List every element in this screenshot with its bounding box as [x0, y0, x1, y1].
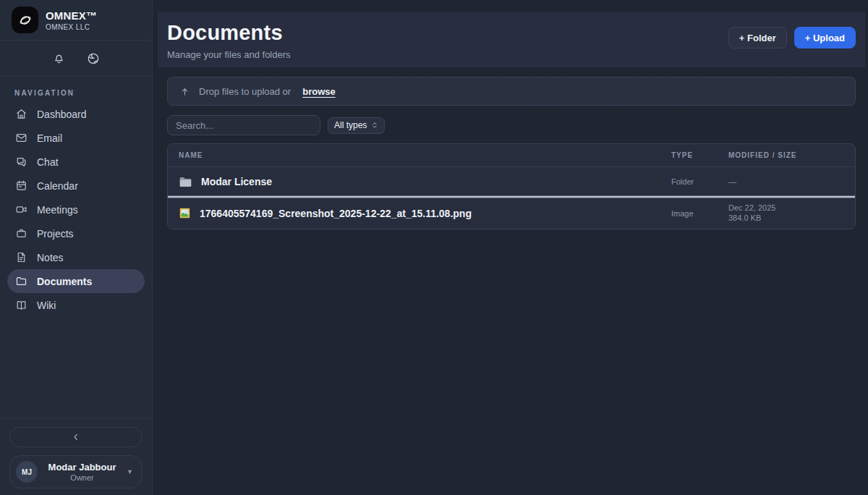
upload-arrow-icon [179, 85, 190, 97]
collapse-sidebar-button[interactable] [9, 427, 142, 447]
caret-down-icon: ▼ [127, 468, 133, 475]
globe-icon[interactable] [85, 50, 102, 67]
bell-icon[interactable] [50, 50, 67, 67]
sidebar-item-dashboard[interactable]: Dashboard [7, 102, 145, 126]
file-type: Folder [671, 177, 728, 186]
sidebar-item-label: Projects [37, 228, 74, 240]
nav-section-label: NAVIGATION [14, 89, 152, 97]
nav: Dashboard Email Chat Ca [0, 102, 152, 317]
column-header-name: NAME [168, 151, 671, 159]
email-icon [15, 132, 27, 144]
home-icon [15, 108, 27, 120]
quick-icons-bar [0, 41, 152, 77]
sidebar-item-label: Email [37, 132, 62, 144]
file-dropzone[interactable]: Drop files to upload or browse [167, 77, 856, 106]
browse-link[interactable]: browse [302, 86, 336, 97]
omnex-logo-icon [12, 7, 38, 33]
sidebar-item-label: Calendar [37, 180, 78, 192]
sidebar-item-label: Dashboard [37, 109, 87, 120]
file-modified: — [728, 177, 855, 186]
video-camera-icon [15, 203, 27, 216]
sidebar-item-label: Notes [37, 252, 64, 263]
chevron-up-down-icon [371, 121, 378, 130]
book-icon [15, 299, 27, 311]
sidebar-item-email[interactable]: Email [7, 126, 145, 150]
folder-file-icon [179, 176, 192, 188]
sidebar-item-projects[interactable]: Projects [7, 221, 145, 245]
new-folder-button[interactable]: + Folder [728, 27, 787, 48]
sidebar-item-label: Meetings [37, 204, 78, 216]
column-header-type: TYPE [671, 151, 728, 159]
main-content: Documents Manage your files and folders … [153, 0, 868, 495]
upload-button[interactable]: + Upload [794, 27, 856, 48]
avatar: MJ [16, 461, 38, 483]
sidebar-item-wiki[interactable]: Wiki [7, 293, 145, 317]
documents-panel: Drop files to upload or browse All types… [167, 77, 856, 229]
sidebar-item-chat[interactable]: Chat [7, 150, 145, 174]
sidebar-item-meetings[interactable]: Meetings [7, 198, 145, 221]
filter-row: All types [167, 115, 856, 135]
column-header-modified: MODIFIED / SIZE [728, 151, 855, 159]
sidebar-item-label: Wiki [37, 300, 56, 311]
table-row-image[interactable]: 1766405574169_Screenshot_2025-12-22_at_1… [168, 198, 855, 229]
page-subtitle: Manage your files and folders [167, 49, 291, 60]
brand: OMNEX™ OMNEX LLC [0, 0, 152, 41]
sidebar-spacer [0, 317, 152, 418]
sidebar: OMNEX™ OMNEX LLC NAVIGATION [0, 0, 153, 495]
page-title: Documents [167, 21, 291, 45]
chevron-left-icon [67, 428, 85, 446]
type-filter-select[interactable]: All types [328, 117, 385, 134]
sidebar-item-label: Chat [37, 156, 59, 168]
briefcase-icon [15, 227, 27, 240]
sidebar-item-documents[interactable]: Documents [7, 269, 145, 293]
sidebar-bottom: MJ Modar Jabbour Owner ▼ [0, 418, 152, 495]
dropzone-text: Drop files to upload or [199, 86, 291, 97]
brand-company: OMNEX LLC [46, 23, 97, 31]
file-name: 1766405574169_Screenshot_2025-12-22_at_1… [200, 208, 472, 219]
table-header-row: NAME TYPE MODIFIED / SIZE [168, 144, 855, 167]
folder-icon [15, 275, 27, 287]
brand-name: OMNEX™ [46, 9, 97, 22]
note-file-icon [15, 251, 27, 263]
table-row-folder[interactable]: Modar License Folder — [168, 167, 855, 196]
file-type: Image [671, 209, 728, 218]
user-menu[interactable]: MJ Modar Jabbour Owner ▼ [9, 455, 142, 488]
search-input[interactable] [167, 115, 320, 135]
chat-icon [15, 156, 27, 168]
sidebar-item-notes[interactable]: Notes [7, 245, 145, 269]
file-modified: Dec 22, 2025 [728, 203, 855, 213]
page-header: Documents Manage your files and folders … [158, 12, 865, 67]
image-file-icon [179, 207, 191, 219]
sidebar-item-label: Documents [37, 276, 92, 287]
file-size: 384.0 KB [728, 213, 855, 224]
file-table: NAME TYPE MODIFIED / SIZE Modar License … [167, 143, 856, 229]
calendar-icon [15, 179, 27, 192]
file-name: Modar License [201, 176, 272, 187]
user-name: Modar Jabbour [45, 462, 119, 473]
type-filter-value: All types [334, 120, 367, 130]
sidebar-item-calendar[interactable]: Calendar [7, 174, 145, 198]
user-role: Owner [45, 473, 119, 482]
